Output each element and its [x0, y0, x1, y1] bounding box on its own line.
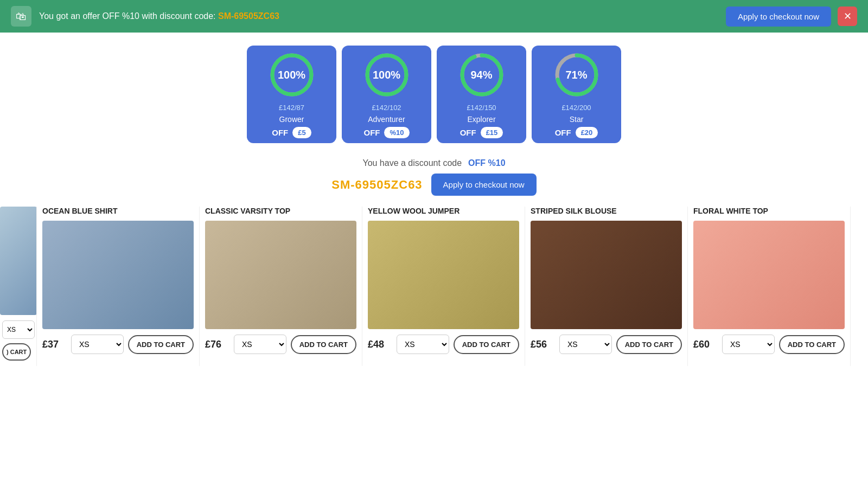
- tier-off-label-adventurer: OFF: [363, 128, 380, 137]
- size-select-striped-silk-blouse[interactable]: XSSMLXL: [559, 335, 612, 354]
- size-select-partial[interactable]: XSSMLXL: [2, 320, 35, 339]
- size-select-ocean-blue-shirt[interactable]: XSSMLXL: [71, 335, 124, 354]
- tier-amount-grower: £142/87: [279, 104, 304, 112]
- product-image-partial: [0, 207, 37, 315]
- tier-percent-grower: 100%: [278, 69, 305, 81]
- tier-circle-explorer: 94%: [457, 50, 506, 99]
- tier-percent-star: 71%: [565, 69, 587, 81]
- product-price-striped-silk-blouse: £56: [531, 339, 555, 350]
- notification-left: 🛍 You got an offer OFF %10 with discount…: [11, 6, 279, 27]
- product-image-yellow-wool-jumper: [368, 221, 519, 329]
- product-image-floral-white-top: [693, 221, 845, 329]
- discount-row2: SM-69505ZC63 Apply to checkout now: [331, 174, 536, 196]
- discount-label: You have a discount code: [362, 158, 462, 168]
- discount-section: You have a discount code OFF %10 SM-6950…: [0, 143, 868, 207]
- product-controls-striped-silk-blouse: £56 XSSMLXL ADD TO CART: [531, 335, 682, 354]
- tier-amount-adventurer: £142/102: [372, 104, 401, 112]
- tier-name-star: Star: [570, 115, 584, 124]
- bag-icon: 🛍: [11, 6, 31, 27]
- product-price-floral-white-top: £60: [693, 339, 718, 350]
- notif-code: SM-69505ZC63: [218, 11, 279, 21]
- product-price-ocean-blue-shirt: £37: [42, 339, 67, 350]
- tier-card-grower: 100% £142/87 Grower OFF £5: [247, 46, 336, 143]
- tier-name-explorer: Explorer: [467, 115, 495, 124]
- tier-circle-grower: 100%: [267, 50, 316, 99]
- product-name-classic-varsity-top: CLASSIC VARSITY TOP: [205, 207, 356, 221]
- tier-amount-star: £142/200: [561, 104, 591, 112]
- tier-card-adventurer: 100% £142/102 Adventurer OFF %10: [342, 46, 431, 143]
- apply-checkout-button-mid[interactable]: Apply to checkout now: [431, 174, 537, 196]
- tier-off-row-explorer: OFF £15: [460, 127, 503, 138]
- size-select-yellow-wool-jumper[interactable]: XSSMLXL: [397, 335, 449, 354]
- tier-section: 100% £142/87 Grower OFF £5 100% £142/102…: [0, 33, 868, 143]
- product-image-striped-silk-blouse: [531, 221, 682, 329]
- tier-percent-explorer: 94%: [470, 69, 492, 81]
- tier-name-grower: Grower: [279, 115, 304, 124]
- partial-bottom: ) CART: [2, 343, 34, 361]
- add-to-cart-classic-varsity-top[interactable]: ADD TO CART: [291, 335, 356, 354]
- product-name-floral-white-top: FLORAL WHITE TOP: [693, 207, 845, 221]
- discount-off-badge: OFF %10: [468, 158, 505, 168]
- tier-amount-explorer: £142/150: [467, 104, 496, 112]
- tier-circle-star: 71%: [552, 50, 601, 99]
- product-card-floral-white-top: FLORAL WHITE TOP £60 XSSMLXL ADD TO CART: [688, 207, 851, 366]
- tier-badge-explorer: £15: [481, 127, 503, 138]
- add-to-cart-floral-white-top[interactable]: ADD TO CART: [779, 335, 845, 354]
- product-controls-classic-varsity-top: £76 XSSMLXL ADD TO CART: [205, 335, 356, 354]
- discount-code: SM-69505ZC63: [331, 178, 422, 192]
- product-controls-floral-white-top: £60 XSSMLXL ADD TO CART: [693, 335, 845, 354]
- tier-badge-grower: £5: [292, 127, 311, 138]
- product-image-classic-varsity-top: [205, 221, 356, 329]
- tier-badge-star: £20: [576, 127, 598, 138]
- tier-off-label-grower: OFF: [272, 128, 288, 137]
- product-controls-yellow-wool-jumper: £48 XSSMLXL ADD TO CART: [368, 335, 519, 354]
- add-to-cart-striped-silk-blouse[interactable]: ADD TO CART: [616, 335, 682, 354]
- product-image-ocean-blue-shirt: [42, 221, 194, 329]
- product-card-ocean-blue-shirt: OCEAN BLUE SHIRT £37 XSSMLXL ADD TO CART: [37, 207, 200, 366]
- apply-checkout-button-top[interactable]: Apply to checkout now: [726, 7, 831, 27]
- tier-off-row-grower: OFF £5: [272, 127, 311, 138]
- product-name-yellow-wool-jumper: YELLOW WOOL JUMPER: [368, 207, 519, 221]
- product-name-striped-silk-blouse: STRIPED SILK BLOUSE: [531, 207, 682, 221]
- product-card-yellow-wool-jumper: YELLOW WOOL JUMPER £48 XSSMLXL ADD TO CA…: [362, 207, 525, 366]
- product-card-striped-silk-blouse: STRIPED SILK BLOUSE £56 XSSMLXL ADD TO C…: [525, 207, 688, 366]
- main-content: 100% £142/87 Grower OFF £5 100% £142/102…: [0, 33, 868, 488]
- tier-name-adventurer: Adventurer: [368, 115, 405, 124]
- tier-circle-adventurer: 100%: [362, 50, 411, 99]
- size-select-floral-white-top[interactable]: XSSMLXL: [722, 335, 775, 354]
- discount-row1: You have a discount code OFF %10: [362, 158, 505, 168]
- product-card-partial: XSSMLXL ) CART: [0, 207, 37, 366]
- tier-card-star: 71% £142/200 Star OFF £20: [532, 46, 621, 143]
- product-price-yellow-wool-jumper: £48: [368, 339, 392, 350]
- add-to-cart-yellow-wool-jumper[interactable]: ADD TO CART: [454, 335, 519, 354]
- tier-off-label-explorer: OFF: [460, 128, 476, 137]
- notification-right: Apply to checkout now ✕: [726, 7, 857, 27]
- notif-main-text: You got an offer OFF %10 with discount c…: [39, 11, 216, 21]
- notification-text: You got an offer OFF %10 with discount c…: [39, 11, 279, 21]
- tier-off-label-star: OFF: [555, 128, 571, 137]
- add-to-cart-ocean-blue-shirt[interactable]: ADD TO CART: [128, 335, 194, 354]
- notification-bar: 🛍 You got an offer OFF %10 with discount…: [0, 0, 868, 33]
- products-section: XSSMLXL ) CART OCEAN BLUE SHIRT £37 XSSM…: [0, 207, 868, 377]
- product-price-classic-varsity-top: £76: [205, 339, 229, 350]
- tier-off-row-adventurer: OFF %10: [363, 127, 409, 138]
- tier-percent-adventurer: 100%: [373, 69, 400, 81]
- size-select-classic-varsity-top[interactable]: XSSMLXL: [234, 335, 286, 354]
- product-controls-ocean-blue-shirt: £37 XSSMLXL ADD TO CART: [42, 335, 194, 354]
- partial-controls: XSSMLXL ) CART: [0, 320, 36, 361]
- tier-badge-adventurer: %10: [384, 127, 409, 138]
- add-to-cart-partial[interactable]: ) CART: [2, 343, 31, 361]
- product-card-classic-varsity-top: CLASSIC VARSITY TOP £76 XSSMLXL ADD TO C…: [200, 207, 362, 366]
- tier-card-explorer: 94% £142/150 Explorer OFF £15: [437, 46, 526, 143]
- product-name-ocean-blue-shirt: OCEAN BLUE SHIRT: [42, 207, 194, 221]
- close-notification-button[interactable]: ✕: [838, 7, 857, 26]
- tier-off-row-star: OFF £20: [555, 127, 598, 138]
